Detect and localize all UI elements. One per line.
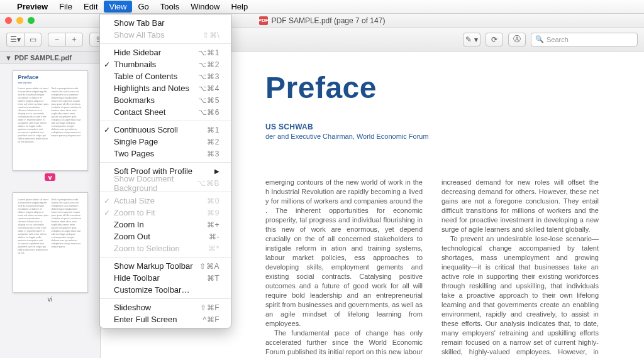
menu-item[interactable]: Enter Full Screen^⌘F: [100, 313, 231, 325]
menu-item: Zoom to Selection⌘*: [100, 242, 231, 254]
system-menubar: Preview File Edit View Go Tools Window H…: [0, 0, 644, 14]
menu-shortcut: ⌥⌘5: [198, 96, 219, 105]
check-icon: ✓: [104, 126, 110, 134]
sidebar-title: PDF SAMPLE.pdf: [14, 54, 72, 62]
rotate-button[interactable]: ⟳: [486, 33, 503, 46]
menu-item[interactable]: Zoom In⌘+: [100, 219, 231, 231]
menu-item[interactable]: Bookmarks⌥⌘5: [100, 94, 231, 106]
body-text: increased demand for new roles will offs…: [441, 178, 599, 234]
thumbnails-sidebar: ▼ PDF SAMPLE.pdf Preface text text text …: [0, 52, 101, 358]
toolbar: ☰▾ ▭ − ＋ ⇪ ✎ ▾ ⟳ Ⓐ 🔍 Search: [0, 28, 644, 52]
menu-item[interactable]: Highlights and Notes⌥⌘4: [100, 82, 231, 94]
menu-item-label: Thumbnails: [114, 60, 156, 69]
markup-button[interactable]: Ⓐ: [508, 33, 526, 46]
body-text: The fundamental pace of change has only …: [265, 328, 423, 358]
menu-item[interactable]: Two Pages⌘3: [100, 148, 231, 160]
menu-shortcut: ⌘*: [208, 244, 219, 253]
menu-item-label: Bookmarks: [114, 95, 155, 105]
view-menu-dropdown: Show Tab BarShow All Tabs⇧⌘\Hide Sidebar…: [99, 14, 231, 328]
menu-shortcut: ⌥⌘B: [197, 179, 219, 188]
page-heading: Preface: [265, 70, 599, 105]
menu-help[interactable]: Help: [225, 1, 253, 13]
menu-item: Show Document Background⌥⌘B: [100, 177, 231, 189]
thumbnail-page[interactable]: Preface text text text Lorem ipsum dolor…: [13, 70, 88, 181]
menu-item[interactable]: Zoom Out⌘-: [100, 231, 231, 242]
menu-item-label: Customize Toolbar…: [114, 285, 189, 295]
disclosure-icon: ▼: [5, 54, 12, 62]
menu-item[interactable]: Contact Sheet⌥⌘6: [100, 106, 231, 118]
check-icon: ✓: [104, 60, 110, 69]
menu-item[interactable]: ✓Continuous Scroll⌘1: [100, 124, 231, 136]
menu-item[interactable]: Single Page⌘2: [100, 136, 231, 148]
menu-item: Show All Tabs⇧⌘\: [100, 29, 231, 41]
menu-item[interactable]: Table of Contents⌥⌘3: [100, 70, 231, 82]
pdf-file-icon: PDF: [259, 16, 268, 25]
check-icon: ✓: [104, 197, 110, 205]
menu-item[interactable]: Hide Toolbar⌘T: [100, 272, 231, 284]
check-icon: ✓: [104, 209, 110, 217]
menu-window[interactable]: Window: [185, 1, 225, 13]
menu-item-label: Zoom to Selection: [114, 244, 180, 253]
menu-item: ✓Zoom to Fit⌘9: [100, 207, 231, 219]
zoom-in-button[interactable]: ＋: [65, 33, 83, 46]
menu-item-label: Actual Size: [114, 196, 155, 205]
menu-shortcut: ⌘-: [209, 232, 219, 241]
menu-separator: [100, 43, 231, 44]
window-title-page: (page 7 of 147): [334, 16, 385, 25]
highlight-button[interactable]: ✎ ▾: [463, 33, 480, 46]
menu-separator: [100, 257, 231, 258]
menu-item[interactable]: Hide Sidebar⌥⌘1: [100, 46, 231, 58]
minimize-button[interactable]: [16, 17, 23, 24]
menu-item-label: Hide Sidebar: [114, 48, 161, 57]
menu-edit[interactable]: Edit: [78, 1, 103, 13]
menu-item[interactable]: Show Tab Bar: [100, 17, 231, 29]
menu-separator: [100, 162, 231, 163]
menu-shortcut: ⌘+: [207, 220, 219, 229]
menu-item-label: Show Document Background: [114, 174, 197, 193]
search-input[interactable]: 🔍 Search: [531, 33, 638, 46]
menu-shortcut: ⇧⌘F: [200, 303, 219, 312]
zoom-out-button[interactable]: −: [48, 33, 65, 46]
author-role: der and Executive Chairman, World Econom…: [265, 133, 599, 140]
search-icon: 🔍: [535, 35, 544, 43]
menu-view[interactable]: View: [104, 1, 133, 13]
sidebar-toggle-button[interactable]: ☰▾: [6, 33, 24, 46]
menu-item[interactable]: ✓Thumbnails⌥⌘2: [100, 58, 231, 70]
body-text: To prevent an undesirable lose-lose scen…: [441, 234, 599, 358]
menu-item-label: Enter Full Screen: [114, 315, 177, 324]
menu-separator: [100, 121, 231, 121]
menu-tools[interactable]: Tools: [155, 1, 185, 13]
menu-file[interactable]: File: [53, 1, 78, 13]
menu-go[interactable]: Go: [132, 1, 154, 13]
menu-shortcut: ⌥⌘4: [198, 84, 219, 93]
body-text: emerging contours of the new world of wo…: [265, 178, 423, 328]
window-title-filename: PDF SAMPLE.pdf: [272, 16, 332, 25]
menu-shortcut: ⌘3: [207, 149, 219, 158]
window-controls: [5, 17, 35, 24]
close-button[interactable]: [5, 17, 12, 24]
sidebar-header[interactable]: ▼ PDF SAMPLE.pdf: [0, 52, 100, 64]
menu-item-label: Zoom to Fit: [114, 208, 155, 217]
menu-shortcut: ⌘9: [207, 209, 219, 217]
menu-item[interactable]: Customize Toolbar…: [100, 284, 231, 296]
menu-item-label: Show All Tabs: [114, 30, 165, 40]
window-titlebar: PDF PDF SAMPLE.pdf (page 7 of 147): [0, 14, 644, 28]
menu-item-label: Slideshow: [114, 303, 151, 312]
author-name: US SCHWAB: [265, 122, 599, 131]
menu-item-label: Contact Sheet: [114, 107, 165, 117]
thumbnail-page[interactable]: Lorem ipsum dolor sit amet consectetur a…: [13, 192, 88, 303]
maximize-button[interactable]: [28, 17, 35, 24]
menu-shortcut: ⇧⌘A: [199, 262, 219, 271]
menu-shortcut: ⌥⌘2: [198, 60, 219, 69]
menu-shortcut: ⌘1: [207, 126, 219, 134]
app-menu[interactable]: Preview: [11, 1, 53, 13]
menu-item-label: Show Tab Bar: [114, 18, 165, 28]
menu-item-label: Hide Toolbar: [114, 273, 160, 283]
thumbnail-label: vi: [48, 295, 53, 303]
menu-item-label: Two Pages: [114, 149, 154, 158]
sidebar-menu-button[interactable]: ▭: [24, 33, 42, 46]
menu-item-label: Zoom Out: [114, 232, 150, 241]
menu-item-label: Zoom In: [114, 220, 144, 229]
menu-item[interactable]: Slideshow⇧⌘F: [100, 301, 231, 313]
menu-item[interactable]: Show Markup Toolbar⇧⌘A: [100, 260, 231, 272]
